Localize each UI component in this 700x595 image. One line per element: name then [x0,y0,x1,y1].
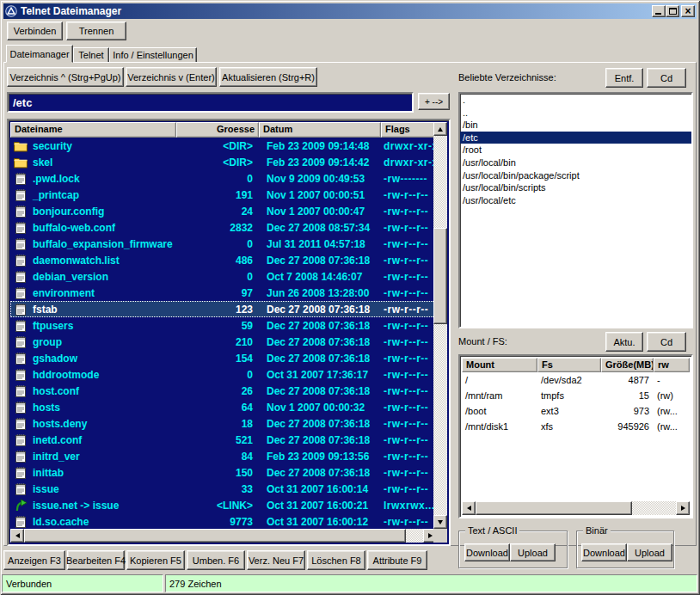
mount-size: 4877 [601,375,654,385]
scroll-down-button[interactable] [433,515,447,529]
action-button-f7[interactable]: Verz. Neu F7 [247,550,305,570]
file-row[interactable]: ftpusers59Dec 27 2008 07:36:18-rw-r--r-- [10,317,437,334]
file-date: Dec 27 2008 07:36:18 [259,353,381,365]
hscroll-thumb[interactable] [24,529,406,543]
file-row[interactable]: issue33Oct 31 2007 16:00:14-rw-r--r-- [10,481,437,497]
column-header-flags[interactable]: Flags [381,122,437,138]
file-date: Oct 7 2008 14:46:07 [259,271,381,283]
mount-size: 973 [601,406,654,416]
mounts-cd-button[interactable]: Cd [647,332,686,352]
mount-column-header-mount[interactable]: Mount [462,358,537,372]
hscroll-thumb[interactable] [476,501,632,515]
file-list-hscrollbar[interactable] [10,529,437,543]
file-row[interactable]: ld.so.cache9773Oct 31 2007 16:00:12-rw-r… [10,513,437,530]
file-list-vscrollbar[interactable] [433,122,447,529]
column-header-dateiname[interactable]: Dateiname [10,122,176,138]
text-upload-button[interactable]: Upload [510,543,556,561]
file-row[interactable]: daemonwatch.list486Dec 27 2008 07:36:18-… [10,252,437,268]
file-flags: lrwxrwx... [381,500,437,512]
dir-up-button[interactable]: Verzeichnis ^ (Strg+PgUp) [7,67,124,87]
file-icon [14,335,28,348]
file-row[interactable]: security<DIR>Feb 23 2009 09:14:48drwxr-x… [10,138,437,154]
file-name: issue [33,483,59,495]
tab-telnet[interactable]: Telnet [73,47,109,63]
mount-column-header-fs[interactable]: Fs [537,358,601,372]
file-row[interactable]: buffalo_expansion_firmware0Jul 31 2011 0… [10,236,437,252]
maximize-button[interactable] [666,5,679,17]
mount-column-header-gremb[interactable]: Größe(MB) [601,358,654,372]
path-input[interactable]: /etc [7,92,414,113]
add-favorite-button[interactable]: + --> [418,93,450,110]
file-row[interactable]: initrd_ver84Feb 23 2009 09:13:56-rw-r--r… [10,448,437,464]
mount-column-header-rw[interactable]: rw [654,358,690,372]
file-date: Nov 1 2007 00:00:32 [259,402,381,414]
favorites-cd-button[interactable]: Cd [647,68,686,88]
scroll-up-button[interactable] [433,122,447,136]
file-row[interactable]: hosts.deny18Dec 27 2008 07:36:18-rw-r--r… [10,415,437,432]
favorite-item[interactable]: /usr/local/bin [460,156,691,169]
file-icon [14,286,28,299]
action-button-f9[interactable]: Attribute F9 [367,550,427,570]
mount-rw: (rw) [654,390,690,401]
favorite-item[interactable]: /root [460,144,691,156]
file-row[interactable]: environment97Jun 26 2008 13:28:00-rw-r--… [10,285,437,301]
file-row[interactable]: host.conf26Dec 27 2008 07:36:18-rw-r--r-… [10,383,437,399]
file-row[interactable]: hddrootmode0Oct 31 2007 17:36:17-rw-r--r… [10,366,437,383]
mount-rows: //dev/sda24877-/mnt/ramtmpfs15(rw)/boote… [462,372,690,434]
file-row[interactable]: inetd.conf521Dec 27 2008 07:36:18-rw-r--… [10,432,437,448]
scroll-left-button[interactable] [10,529,24,543]
column-header-datum[interactable]: Datum [259,122,381,138]
file-row[interactable]: bonjour.config24Nov 1 2007 00:00:47-rw-r… [10,203,437,219]
file-row[interactable]: _printcap191Nov 1 2007 00:00:51-rw-r--r-… [10,187,437,203]
vscroll-thumb[interactable] [433,228,447,324]
mount-table-hscrollbar[interactable] [462,501,690,515]
binary-upload-button[interactable]: Upload [627,543,672,561]
favorite-item[interactable]: . [460,94,691,107]
scroll-left-button[interactable] [462,501,476,515]
file-row[interactable]: issue.net -> issue<LINK>Oct 31 2007 16:0… [10,497,437,513]
dir-enter-button[interactable]: Verzeichnis v (Enter) [126,67,217,87]
favorite-item[interactable]: /usr/local/etc [460,194,691,207]
binary-download-button[interactable]: Download [581,543,627,561]
disconnect-button[interactable]: Trennen [66,21,126,40]
file-row[interactable]: .pwd.lock0Nov 9 2009 00:49:53-rw------- [10,170,437,187]
tab-info-einstellungen[interactable]: Info / Einstellungen [109,47,197,63]
scroll-right-button[interactable] [676,501,690,515]
mount-row[interactable]: /mnt/ramtmpfs15(rw) [462,388,690,403]
minimize-button[interactable] [652,5,666,17]
favorite-item[interactable]: /bin [460,119,691,132]
title-bar[interactable]: Telnet Dateimanager × [3,3,697,19]
refresh-button[interactable]: Aktualisieren (Strg+R) [219,67,317,87]
file-row[interactable]: debian_version0Oct 7 2008 14:46:07-rw-r-… [10,268,437,285]
mount-row[interactable]: /bootext3973(rw... [462,403,690,419]
file-row[interactable]: inittab150Dec 27 2008 07:36:18-rw-r--r-- [10,464,437,481]
file-icon [14,254,28,267]
close-button[interactable]: × [681,5,695,17]
text-download-button[interactable]: Download [464,543,510,561]
file-row[interactable]: hosts64Nov 1 2007 00:00:32-rw-r--r-- [10,399,437,415]
file-row[interactable]: fstab123Dec 27 2008 07:36:18-rw-r--r-- [10,301,437,317]
favorite-item[interactable]: .. [460,107,691,120]
action-button-f6[interactable]: Umben. F6 [187,550,245,570]
file-row[interactable]: buffalo-web.conf2832Dec 27 2008 08:57:34… [10,219,437,236]
file-size: 0 [176,271,259,283]
action-button-f3[interactable]: Anzeigen F3 [3,550,65,570]
mount-row[interactable]: //dev/sda24877- [462,372,690,388]
file-row[interactable]: skel<DIR>Feb 23 2009 09:14:42drwxr-xr-x [10,154,437,170]
favorite-item[interactable]: /etc [460,132,691,144]
favorite-item[interactable]: /usr/local/bin/scripts [460,181,691,194]
action-button-f4[interactable]: Bearbeiten F4 [67,550,125,570]
mounts-refresh-button[interactable]: Aktu. [605,332,643,352]
action-button-f8[interactable]: Löschen F8 [307,550,365,570]
favorites-list[interactable]: .../bin/etc/root/usr/local/bin/usr/local… [458,92,693,328]
file-icon [14,188,28,201]
connect-button[interactable]: Verbinden [7,21,63,40]
mount-row[interactable]: /mnt/disk1xfs945926(rw... [462,419,690,434]
tab-dateimanager[interactable]: Dateimanager [6,45,73,63]
favorites-delete-button[interactable]: Entf. [605,68,643,88]
file-row[interactable]: group210Dec 27 2008 07:36:18-rw-r--r-- [10,334,437,350]
action-button-f5[interactable]: Kopieren F5 [126,550,185,570]
column-header-groesse[interactable]: Groesse [176,122,259,138]
favorite-item[interactable]: /usr/local/bin/package/script [460,169,691,182]
file-row[interactable]: gshadow154Dec 27 2008 07:36:18-rw-r--r-- [10,350,437,366]
